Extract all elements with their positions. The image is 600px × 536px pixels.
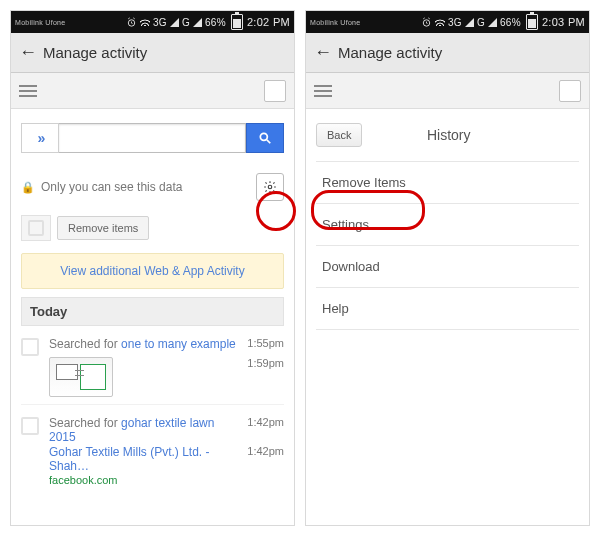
browser-toolbar — [306, 73, 589, 109]
signal-icon-2 — [193, 18, 202, 27]
svg-marker-1 — [170, 18, 179, 27]
activity-entry: Searched for gohar textile lawn 2015 1:4… — [21, 405, 284, 493]
search-row: » — [21, 123, 284, 153]
svg-marker-8 — [488, 18, 497, 27]
search-input[interactable] — [59, 123, 246, 153]
privacy-row: 🔒 Only you can see this data — [21, 173, 284, 201]
expand-button[interactable]: » — [21, 123, 59, 153]
clock-label: 2:02 PM — [247, 16, 290, 28]
search-term-link[interactable]: one to many example — [121, 337, 236, 351]
entry-text: Searched for gohar textile lawn 2015 — [49, 416, 239, 444]
result-domain: facebook.com — [49, 474, 117, 486]
history-header: Back History — [316, 123, 579, 147]
signal-icon — [465, 18, 474, 27]
entry-checkbox[interactable] — [21, 338, 39, 356]
carrier-label: Mobilink Ufone — [310, 19, 361, 26]
status-bar: Mobilink Ufone 3G G 66% 2:02 PM — [11, 11, 294, 33]
phone-right: Mobilink Ufone 3G G 66% 2:03 PM ← Manage… — [305, 10, 590, 526]
back-icon[interactable]: ← — [314, 42, 338, 63]
result-thumbnail[interactable] — [49, 357, 113, 397]
svg-point-3 — [260, 133, 267, 140]
remove-items-button[interactable]: Remove items — [57, 216, 149, 240]
network-2-label: G — [477, 17, 485, 28]
battery-icon — [524, 14, 538, 30]
signal-icon-2 — [488, 18, 497, 27]
alarm-icon — [126, 17, 137, 28]
network-2-label: G — [182, 17, 190, 28]
battery-icon — [229, 14, 243, 30]
menu-item-remove-items[interactable]: Remove Items — [316, 161, 579, 203]
section-header-today: Today — [21, 297, 284, 326]
entry-time: 1:42pm — [239, 445, 284, 473]
select-all-checkbox[interactable] — [21, 215, 51, 241]
menu-item-download[interactable]: Download — [316, 245, 579, 287]
back-icon[interactable]: ← — [19, 42, 43, 63]
menu-item-settings[interactable]: Settings — [316, 203, 579, 245]
app-bar: ← Manage activity — [306, 33, 589, 73]
privacy-label: Only you can see this data — [41, 180, 256, 194]
browser-toolbar — [11, 73, 294, 109]
phone-left: Mobilink Ufone 3G G 66% 2:02 PM ← Manage… — [10, 10, 295, 526]
svg-marker-2 — [193, 18, 202, 27]
network-1-label: 3G — [153, 17, 167, 28]
toolbar-checkbox[interactable] — [264, 80, 286, 102]
svg-point-5 — [268, 185, 272, 189]
menu-item-help[interactable]: Help — [316, 287, 579, 330]
signal-icon — [170, 18, 179, 27]
status-bar: Mobilink Ufone 3G G 66% 2:03 PM — [306, 11, 589, 33]
battery-pct: 66% — [205, 17, 226, 28]
wifi-icon — [435, 18, 445, 26]
battery-pct: 66% — [500, 17, 521, 28]
alarm-icon — [421, 17, 432, 28]
clock-label: 2:03 PM — [542, 16, 585, 28]
entry-checkbox[interactable] — [21, 417, 39, 435]
bulk-remove-row: Remove items — [21, 215, 284, 241]
back-button[interactable]: Back — [316, 123, 362, 147]
history-title: History — [362, 127, 579, 143]
entry-time: 1:59pm — [239, 357, 284, 397]
svg-marker-7 — [465, 18, 474, 27]
lock-icon: 🔒 — [21, 181, 35, 194]
view-additional-activity-link[interactable]: View additional Web & App Activity — [21, 253, 284, 289]
search-icon — [258, 131, 272, 145]
entry-text: Searched for one to many example — [49, 337, 236, 351]
app-bar: ← Manage activity — [11, 33, 294, 73]
menu-icon[interactable] — [314, 85, 332, 97]
activity-entry: Searched for one to many example 1:55pm — [21, 326, 284, 405]
entry-time: 1:55pm — [239, 337, 284, 351]
entry-time: 1:42pm — [239, 416, 284, 444]
menu-icon[interactable] — [19, 85, 37, 97]
toolbar-checkbox[interactable] — [559, 80, 581, 102]
svg-line-4 — [267, 140, 271, 144]
page-title: Manage activity — [43, 44, 147, 61]
carrier-label: Mobilink Ufone — [15, 19, 66, 26]
network-1-label: 3G — [448, 17, 462, 28]
wifi-icon — [140, 18, 150, 26]
gear-icon — [263, 180, 277, 194]
page-title: Manage activity — [338, 44, 442, 61]
settings-button[interactable] — [256, 173, 284, 201]
result-link[interactable]: Gohar Textile Mills (Pvt.) Ltd. - Shah… — [49, 445, 239, 473]
search-button[interactable] — [246, 123, 284, 153]
